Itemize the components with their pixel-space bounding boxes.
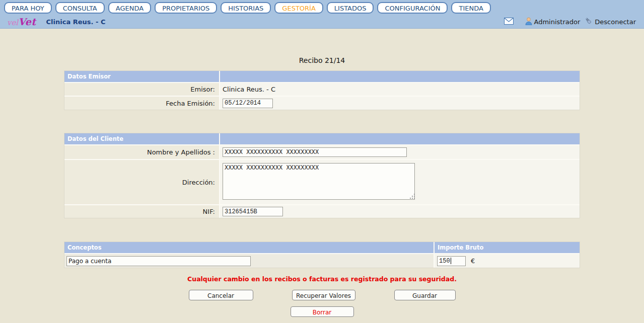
plug-icon: [585, 17, 593, 27]
nombre-apellidos-label: Nombre y Apellidos :: [64, 145, 219, 159]
nif-label: NIF:: [64, 205, 219, 218]
save-button[interactable]: Guardar: [394, 290, 456, 300]
fecha-emision-input[interactable]: [223, 99, 273, 108]
clinic-name: Clinica Reus. - C: [46, 18, 106, 26]
logo-text-vel: vel: [7, 18, 18, 27]
emisor-value: Clinica Reus. - C: [220, 83, 580, 96]
cancel-button[interactable]: Cancelar: [189, 290, 253, 300]
action-buttons: Cancelar Recuperar Valores Guardar: [64, 290, 580, 300]
tab-agenda[interactable]: AGENDA: [108, 2, 151, 14]
disconnect-button[interactable]: Desconectar: [585, 17, 636, 27]
logo-text-vet: Vet: [18, 16, 36, 27]
importe-value: 150: [439, 258, 450, 265]
importe-input[interactable]: 150: [437, 256, 466, 266]
mail-icon[interactable]: [504, 17, 514, 27]
tab-historias[interactable]: HISTORIAS: [221, 2, 271, 14]
direccion-textarea[interactable]: XXXXX XXXXXXXXXX XXXXXXXXX: [223, 163, 415, 200]
emisor-section: Datos Emisor Emisor: Clinica Reus. - C F…: [64, 70, 580, 110]
page-title: Recibo 21/14: [0, 56, 644, 64]
tab-propietarios[interactable]: PROPIETARIOS: [155, 2, 217, 14]
emisor-section-header: Datos Emisor: [64, 71, 219, 82]
text-caret: [451, 258, 451, 264]
currency-symbol: €: [471, 257, 475, 265]
cliente-section: Datos del Cliente Nombre y Apellidos : D…: [64, 133, 580, 218]
tab-configuracion[interactable]: CONFIGURACIÓN: [377, 2, 448, 14]
app-window: PARA HOY CONSULTA AGENDA PROPIETARIOS HI…: [0, 0, 644, 323]
resize-grip-icon[interactable]: [412, 198, 413, 199]
delete-button[interactable]: Borrar: [291, 306, 354, 317]
audit-warning-text: Cualquier cambio en los recibos o factur…: [64, 275, 580, 283]
conceptos-section: Conceptos Importe Bruto 150 €: [64, 241, 580, 268]
tab-para-hoy[interactable]: PARA HOY: [4, 2, 52, 14]
recover-values-button[interactable]: Recuperar Valores: [292, 290, 355, 300]
importe-bruto-header: Importe Bruto: [435, 242, 580, 253]
conceptos-section-header: Conceptos: [64, 242, 434, 253]
tab-tienda[interactable]: TIENDA: [451, 2, 490, 14]
velvet-logo: velVet: [7, 16, 36, 27]
nombre-apellidos-input[interactable]: [223, 147, 407, 157]
nif-input[interactable]: [223, 207, 283, 216]
admin-label: Administrador: [534, 18, 581, 26]
tab-consulta[interactable]: CONSULTA: [55, 2, 105, 14]
receipt-form: Recibo 21/14 Datos Emisor Emisor: Clinic…: [0, 29, 644, 317]
user-icon: [525, 17, 532, 27]
header-right-group: Administrador Desconectar: [504, 17, 644, 27]
emisor-label: Emisor:: [64, 83, 219, 96]
header-bar: velVet Clinica Reus. - C Administrador: [0, 15, 644, 29]
concepto-input[interactable]: [66, 256, 251, 266]
disconnect-label: Desconectar: [595, 18, 636, 26]
cliente-section-header-spacer: [220, 133, 580, 144]
tab-listados[interactable]: LISTADOS: [327, 2, 374, 14]
cliente-section-header: Datos del Cliente: [64, 133, 219, 144]
admin-user-button[interactable]: Administrador: [525, 17, 581, 27]
tab-gestoria[interactable]: GESTORÍA: [274, 2, 323, 14]
emisor-section-header-spacer: [220, 71, 580, 82]
direccion-label: Dirección:: [64, 160, 219, 204]
main-nav: PARA HOY CONSULTA AGENDA PROPIETARIOS HI…: [0, 0, 644, 15]
fecha-emision-label: Fecha Emisión:: [64, 97, 219, 110]
